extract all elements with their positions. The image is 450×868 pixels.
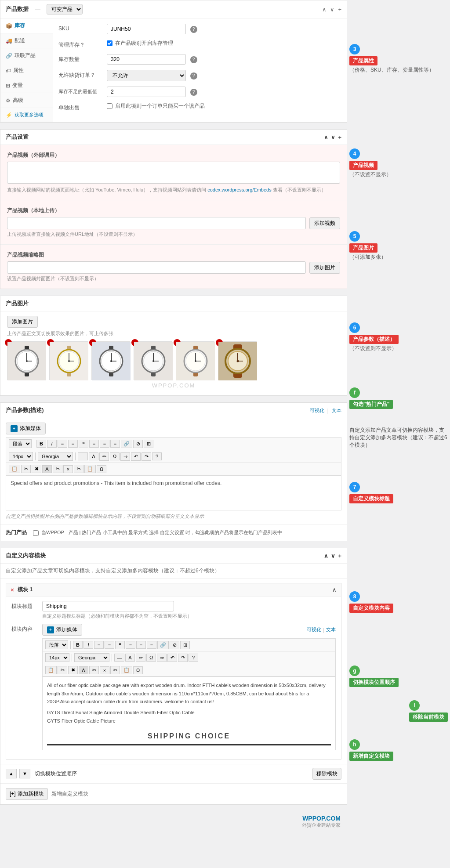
ul-btn[interactable]: ≡ bbox=[58, 440, 67, 448]
cut-btn[interactable]: ✂ bbox=[21, 465, 31, 473]
manage-stock-checkbox[interactable] bbox=[107, 40, 112, 46]
module-editor-content[interactable]: All of our fiber optic cable package are… bbox=[42, 676, 336, 750]
product-type-select[interactable]: 可变产品 bbox=[47, 4, 83, 14]
size-select[interactable]: 14px bbox=[9, 452, 33, 461]
insert-btn[interactable]: ⊞ bbox=[144, 440, 153, 448]
m-arrow-btn[interactable]: ⇒ bbox=[157, 654, 167, 662]
m-cut2-btn[interactable]: ✂ bbox=[110, 666, 120, 674]
add-thumb-btn[interactable]: 添加图片 bbox=[309, 262, 340, 274]
module-1-collapse-btn[interactable]: ∧ bbox=[332, 586, 337, 593]
cut2-btn[interactable]: ✂ bbox=[74, 465, 83, 473]
del-btn[interactable]: ✖ bbox=[32, 465, 41, 473]
params-text-btn[interactable]: 文本 bbox=[332, 407, 341, 414]
m-align-l[interactable]: ≡ bbox=[126, 641, 135, 649]
local-video-input[interactable] bbox=[7, 217, 306, 229]
m-draw-btn[interactable]: ✏ bbox=[136, 654, 145, 662]
omega2-btn[interactable]: Ω bbox=[97, 465, 106, 473]
params-visual-btn[interactable]: 可视化 bbox=[310, 407, 324, 414]
module-add-media-btn[interactable]: + 添加媒体 bbox=[42, 624, 82, 636]
m-scissors-btn[interactable]: ✂ bbox=[89, 666, 99, 674]
ol-btn[interactable]: ≡ bbox=[68, 440, 78, 448]
hr-btn[interactable]: — bbox=[78, 452, 88, 460]
m-x-btn[interactable]: × bbox=[100, 666, 109, 674]
stock-qty-input[interactable] bbox=[107, 54, 186, 65]
font-select[interactable]: Georgia bbox=[38, 452, 73, 461]
link-btn[interactable]: 🔗 bbox=[121, 440, 132, 448]
align-left-btn[interactable]: ≡ bbox=[89, 440, 99, 448]
align-right-btn[interactable]: ≡ bbox=[110, 440, 120, 448]
module-text-btn[interactable]: 文本 bbox=[326, 626, 336, 633]
module-down-btn[interactable]: ▼ bbox=[19, 769, 30, 778]
modules-close-icon[interactable]: + bbox=[338, 553, 341, 559]
m-color-btn[interactable]: A bbox=[125, 654, 135, 662]
paste-btn[interactable]: 📋 bbox=[84, 465, 96, 473]
module-title-input[interactable] bbox=[42, 601, 174, 611]
color2-btn[interactable]: A bbox=[42, 465, 52, 473]
sold-individually-checkbox[interactable] bbox=[107, 103, 112, 109]
m-unlink-btn[interactable]: ⊘ bbox=[170, 641, 179, 649]
add-new-module-btn[interactable]: [+] 添加新模块 bbox=[6, 788, 48, 800]
settings-up-icon[interactable]: ∧ bbox=[324, 134, 328, 141]
omega-btn[interactable]: Ω bbox=[110, 452, 120, 460]
m-align-c[interactable]: ≡ bbox=[136, 641, 146, 649]
help-btn[interactable]: ? bbox=[152, 452, 162, 460]
x-btn[interactable]: × bbox=[63, 465, 73, 473]
m-del-btn[interactable]: ✖ bbox=[68, 666, 78, 674]
settings-close-icon[interactable]: + bbox=[338, 134, 341, 141]
module-up-btn[interactable]: ▲ bbox=[6, 769, 17, 778]
sku-help-icon[interactable]: ? bbox=[190, 26, 197, 33]
hot-products-checkbox[interactable] bbox=[33, 530, 39, 536]
sku-input[interactable] bbox=[107, 24, 186, 34]
draw-btn[interactable]: ✏ bbox=[99, 452, 109, 461]
m-ul-btn[interactable]: ≡ bbox=[94, 641, 104, 649]
stock-qty-help-icon[interactable]: ? bbox=[190, 56, 197, 63]
undo-btn[interactable]: ↶ bbox=[131, 452, 141, 461]
copy-btn[interactable]: 📋 bbox=[9, 465, 20, 473]
nav-shipping[interactable]: 🚚 配送 bbox=[0, 33, 53, 48]
module-visual-btn[interactable]: 可视化 bbox=[307, 626, 321, 633]
nav-linked[interactable]: 🔗 联联产品 bbox=[0, 48, 53, 63]
backorders-select[interactable]: 不允许 bbox=[107, 70, 186, 81]
m-insert-btn[interactable]: ⊞ bbox=[180, 641, 190, 649]
params-editor-content[interactable]: Special offers and product promotions - … bbox=[6, 475, 341, 510]
external-video-hint-link[interactable]: codex.wordpress.org/Embeds bbox=[207, 187, 272, 192]
redo-btn[interactable]: ↷ bbox=[142, 452, 151, 461]
color-btn[interactable]: A bbox=[89, 452, 98, 460]
style-select[interactable]: 段落 bbox=[9, 439, 32, 448]
m-hr-btn[interactable]: — bbox=[114, 654, 124, 662]
m-help-btn[interactable]: ? bbox=[189, 654, 198, 662]
nav-more[interactable]: ⚡ 获取更多选项 bbox=[0, 108, 53, 122]
backorders-help-icon[interactable]: ? bbox=[190, 72, 197, 80]
m-omega-btn[interactable]: Ω bbox=[146, 654, 156, 662]
module-style-select[interactable]: 段落 bbox=[45, 640, 68, 649]
scissors-btn[interactable]: ✂ bbox=[53, 465, 62, 473]
nav-inventory[interactable]: 📦 库存 bbox=[0, 18, 53, 33]
modules-up-icon[interactable]: ∧ bbox=[324, 553, 328, 559]
m-colora-btn[interactable]: A bbox=[79, 666, 88, 674]
m-omega2-btn[interactable]: Ω bbox=[133, 666, 143, 674]
module-size-select[interactable]: 14px bbox=[45, 653, 69, 662]
m-ol-btn[interactable]: ≡ bbox=[105, 641, 114, 649]
panel-close-icon[interactable]: + bbox=[338, 6, 341, 13]
m-align-r[interactable]: ≡ bbox=[147, 641, 156, 649]
nav-attributes[interactable]: 🏷 属性 bbox=[0, 63, 53, 78]
m-bold-btn[interactable]: B bbox=[73, 641, 83, 649]
m-undo-btn[interactable]: ↶ bbox=[167, 654, 177, 662]
module-1-close-btn[interactable]: × bbox=[11, 586, 14, 593]
module-font-select[interactable]: Georgia bbox=[74, 653, 109, 662]
video-thumb-input[interactable] bbox=[7, 261, 306, 274]
m-paste-btn[interactable]: 📋 bbox=[121, 666, 132, 674]
unlink-btn[interactable]: ⊘ bbox=[133, 440, 143, 448]
quote-btn[interactable]: ❝ bbox=[79, 440, 88, 448]
panel-down-icon[interactable]: ∨ bbox=[330, 6, 334, 13]
m-quote-btn[interactable]: ❝ bbox=[115, 641, 125, 649]
add-video-btn[interactable]: 添加视频 bbox=[309, 217, 340, 229]
settings-down-icon[interactable]: ∨ bbox=[331, 134, 335, 141]
add-image-btn[interactable]: 添加图片 bbox=[7, 316, 38, 328]
arrow-btn[interactable]: ⇒ bbox=[120, 452, 130, 461]
modules-down-icon[interactable]: ∨ bbox=[331, 553, 335, 559]
align-center-btn[interactable]: ≡ bbox=[100, 440, 109, 448]
m-redo-btn[interactable]: ↷ bbox=[178, 654, 188, 662]
bold-btn[interactable]: B bbox=[36, 440, 46, 448]
m-copy-btn[interactable]: 📋 bbox=[45, 666, 57, 674]
